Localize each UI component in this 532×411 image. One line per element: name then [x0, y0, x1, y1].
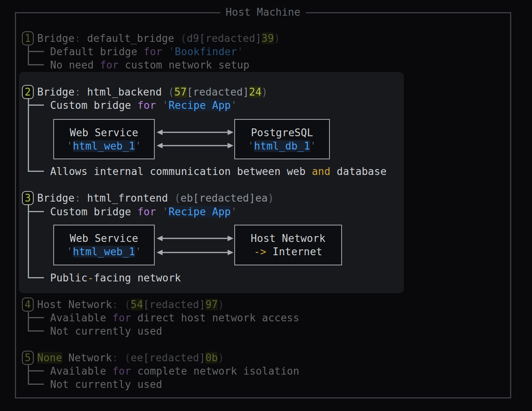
text-segment: Custom bridge	[50, 99, 138, 111]
text-segment: [redacted]	[193, 192, 255, 204]
text-segment: for	[138, 99, 156, 111]
text-segment: Web Service	[70, 127, 138, 139]
text-segment: '	[237, 46, 243, 58]
box-subtitle: -> Internet	[254, 245, 322, 258]
text-segment: ee	[131, 352, 143, 364]
tree-branch	[29, 51, 44, 52]
text-segment: :	[74, 86, 81, 98]
box-subtitle: 'html_web_1'	[67, 245, 141, 258]
box-title: Web Service	[70, 232, 138, 245]
text-segment: Public	[50, 272, 87, 284]
text-segment: html_db_1	[254, 140, 310, 152]
tree-branch	[29, 317, 44, 318]
section-2-row-line: Allows internal communication between we…	[50, 165, 387, 178]
text-segment: )	[262, 86, 268, 98]
text-segment: ->	[254, 246, 266, 258]
text-segment: database	[331, 166, 387, 177]
text-segment: '	[162, 99, 168, 111]
text-segment: for	[112, 312, 131, 324]
text-segment: and	[312, 166, 331, 177]
section-3-badge: 3	[22, 191, 34, 205]
text-segment: '	[162, 206, 168, 218]
text-segment: html_backend	[81, 86, 168, 98]
text-segment: :	[112, 299, 118, 310]
text-segment: 39	[262, 32, 274, 44]
text-segment: [redacted]	[199, 32, 262, 44]
text-segment: '	[135, 246, 141, 258]
tree-branch	[29, 277, 44, 278]
text-segment: (	[168, 86, 174, 98]
text-segment: '	[231, 206, 237, 218]
text-segment: )	[218, 299, 224, 310]
text-segment: Web Service	[70, 233, 138, 244]
section-2-title-line: Bridge: html_backend (57[redacted]24)	[37, 85, 268, 99]
bidirectional-arrows-icon	[156, 119, 234, 159]
text-segment: :	[74, 192, 81, 204]
text-segment: for	[100, 59, 119, 71]
text-segment: for	[112, 365, 131, 377]
text-segment: (	[174, 192, 181, 204]
text-segment: direct host network access	[131, 312, 299, 324]
text-segment: Recipe App	[168, 99, 231, 111]
section-3-row-line: Public-facing network	[50, 271, 181, 285]
section-1-title-line: Bridge: default_bridge (d9[redacted]39)	[37, 32, 280, 45]
text-segment: [redacted]	[143, 352, 205, 364]
section-5-badge: 5	[22, 351, 34, 365]
text-segment: Custom bridge	[50, 206, 138, 218]
text-segment	[118, 352, 125, 364]
text-segment: html_frontend	[81, 192, 174, 204]
text-segment: 57	[174, 86, 187, 98]
section-5-row-line: Not currently used	[50, 378, 162, 391]
text-segment: 54	[131, 299, 143, 310]
text-segment: Not currently used	[50, 379, 162, 390]
text-segment: 0b	[205, 352, 218, 364]
text-segment: complete network isolation	[131, 365, 299, 377]
text-segment: Bridge	[37, 86, 74, 98]
section-4-row-line: Not currently used	[50, 324, 162, 338]
section-5-row-line: Available for complete network isolation	[50, 364, 299, 378]
text-segment: :	[112, 352, 118, 364]
text-segment: html_web_1	[73, 140, 135, 152]
tree-branch	[29, 105, 44, 106]
section-4-title-line: Host Network: (54[redacted]97)	[37, 298, 224, 311]
box-title: Host Network	[251, 232, 326, 245]
tree-branch	[29, 330, 44, 332]
terminal-screen: Host Machine 1 Bridge: default_bridge (d…	[0, 0, 532, 411]
text-segment: Bridge	[37, 32, 74, 44]
text-segment: custom network setup	[119, 59, 250, 71]
text-segment: '	[310, 140, 317, 152]
text-segment: [redacted]	[143, 299, 205, 310]
text-segment: (	[125, 352, 131, 364]
tree-connector	[28, 365, 29, 385]
section-4-badge: 4	[22, 297, 34, 312]
text-segment: Allows internal communication between we…	[50, 166, 312, 177]
text-segment: )	[274, 32, 280, 44]
text-segment: Host Network	[37, 299, 112, 310]
frame-title: Host Machine	[220, 5, 306, 19]
text-segment: Bridge	[37, 192, 74, 204]
text-segment: (	[181, 32, 187, 44]
text-segment: Available	[50, 312, 112, 324]
text-segment	[156, 99, 162, 111]
box-subtitle: 'html_web_1'	[67, 139, 141, 153]
text-segment: )	[218, 352, 224, 364]
text-segment: )	[268, 192, 274, 204]
text-segment: PostgreSQL	[251, 127, 313, 139]
text-segment: '	[168, 46, 175, 58]
section-2-badge: 2	[22, 85, 34, 99]
text-segment	[156, 206, 162, 218]
section-1-row-line: Default bridge for 'Bookfinder'	[50, 45, 243, 58]
text-segment: '	[67, 140, 73, 152]
text-segment: '	[67, 246, 73, 258]
text-segment: default_bridge	[81, 32, 180, 44]
section-3-title-line: Bridge: html_frontend (eb[redacted]ea)	[37, 191, 274, 205]
text-segment	[118, 299, 125, 310]
text-segment: eb	[181, 192, 193, 204]
tree-connector	[28, 312, 29, 332]
section-1-badge: 1	[22, 31, 34, 45]
section-4-row-line: Available for direct host network access	[50, 311, 299, 324]
text-segment: Recipe App	[168, 206, 231, 218]
text-segment	[162, 46, 168, 58]
text-segment: Network	[62, 352, 112, 364]
box-title: PostgreSQL	[251, 126, 313, 139]
